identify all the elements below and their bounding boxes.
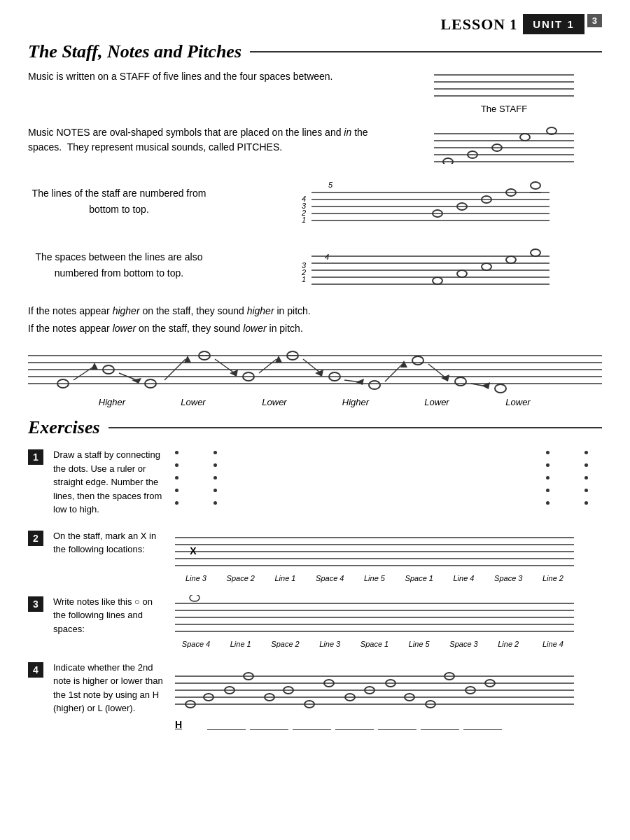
dot <box>584 451 588 454</box>
dot <box>175 501 178 505</box>
exercise-3-content: Space 4 Line 1 Space 2 Line 3 Space 1 Li… <box>175 595 602 648</box>
lines-numbered-row: The lines of the staff are numbered from… <box>28 175 602 227</box>
exercise-2: 2 On the staff, mark an X in the followi… <box>28 529 602 582</box>
svg-point-41 <box>457 270 467 277</box>
unit-badge: UNIT 1 <box>523 14 584 34</box>
dot <box>584 489 588 492</box>
exercise-1-num: 1 <box>28 449 43 465</box>
exercise-3-num: 3 <box>28 596 43 612</box>
svg-marker-52 <box>91 363 98 370</box>
dot <box>214 501 217 505</box>
lesson-label: Lesson 1 <box>440 15 517 34</box>
dot <box>214 476 217 479</box>
exercise-2-staff: X <box>175 529 574 571</box>
exercise-1: 1 Draw a staff by connecting the dots. U… <box>28 448 602 517</box>
dot <box>214 451 217 454</box>
spaces-numbered-text: The spaces between the lines are also nu… <box>28 249 210 281</box>
exercise-4-text: Indicate whether the 2nd note is higher … <box>53 661 165 715</box>
exercise-2-num: 2 <box>28 531 43 546</box>
lines-numbered-text: The lines of the staff are numbered from… <box>28 186 210 217</box>
svg-marker-69 <box>315 370 323 377</box>
dot <box>584 463 588 467</box>
dot <box>175 489 178 492</box>
svg-point-79 <box>455 377 466 386</box>
spaces-numbered-row: The spaces between the lines are also nu… <box>28 239 602 291</box>
exercises-title: Exercises <box>28 417 602 438</box>
svg-line-74 <box>385 364 402 382</box>
exercise-4: 4 Indicate whether the 2nd note is highe… <box>28 661 602 730</box>
svg-point-94 <box>190 595 200 601</box>
svg-text:X: X <box>190 545 197 556</box>
svg-line-68 <box>303 359 321 373</box>
svg-point-76 <box>412 356 424 365</box>
exercise-3-labels: Space 4 Line 1 Space 2 Line 3 Space 1 Li… <box>175 640 574 648</box>
svg-text:4: 4 <box>325 253 329 261</box>
pitch-demo-svg <box>28 342 602 394</box>
exercise-3: 3 Write notes like this ○ on the followi… <box>28 595 602 648</box>
svg-point-10 <box>443 158 453 164</box>
dot-grid-left <box>175 451 217 505</box>
exercise-3-staff <box>175 595 574 637</box>
pitch-labels: Higher Lower Lower Higher Lower Lower <box>63 397 567 407</box>
svg-point-40 <box>433 277 442 284</box>
notes-svg <box>434 125 574 164</box>
svg-point-82 <box>495 384 506 393</box>
svg-line-77 <box>428 364 446 378</box>
svg-line-61 <box>215 359 234 373</box>
staff-visual: The STAFF <box>406 69 602 114</box>
dot <box>175 463 178 467</box>
dot <box>546 451 550 454</box>
dot <box>175 451 178 454</box>
page-header: Lesson 1 UNIT 1 3 <box>28 14 602 34</box>
exercise-2-labels: Line 3 Space 2 Line 1 Space 4 Line 5 Spa… <box>175 574 574 582</box>
svg-text:3: 3 <box>302 261 307 270</box>
staff-intro-text: Music is written on a STAFF of five line… <box>28 69 392 84</box>
exercise-3-text: Write notes like this ○ on the following… <box>53 595 165 636</box>
pitch-text: If the notes appear higher on the staff,… <box>28 302 602 337</box>
dot <box>546 501 550 505</box>
spaces-numbered-svg: 1 2 3 4 <box>290 239 550 291</box>
svg-point-29 <box>531 182 540 189</box>
svg-point-13 <box>520 134 530 141</box>
notes-visual <box>406 125 602 164</box>
dot <box>584 501 588 505</box>
svg-text:4: 4 <box>302 195 306 203</box>
exercise-4-staff <box>175 661 574 713</box>
staff-caption: The STAFF <box>481 104 527 114</box>
staff-svg <box>434 69 574 101</box>
notes-intro-row: Music NOTES are oval-shaped symbols that… <box>28 125 602 164</box>
staff-intro-row: Music is written on a STAFF of five line… <box>28 69 602 114</box>
dot <box>175 476 178 479</box>
svg-marker-75 <box>400 360 407 368</box>
dot <box>584 476 588 479</box>
dot-grid-right <box>546 451 588 505</box>
svg-point-42 <box>482 263 491 270</box>
lines-numbered-visual: 1 2 3 4 5 <box>238 175 602 227</box>
exercise-4-content: H <box>175 661 602 730</box>
svg-text:5: 5 <box>328 181 333 189</box>
exercise-4-num: 4 <box>28 662 43 678</box>
section-title: The Staff, Notes and Pitches <box>28 41 602 62</box>
pitch-demo-container: Higher Lower Lower Higher Lower Lower <box>28 342 602 407</box>
lines-numbered-svg: 1 2 3 4 5 <box>290 175 550 227</box>
page-number: 3 <box>587 14 602 27</box>
dot <box>214 463 217 467</box>
svg-point-73 <box>369 381 380 389</box>
svg-line-64 <box>259 359 276 373</box>
svg-line-51 <box>74 366 94 380</box>
exercise-4-answers: H <box>175 719 602 730</box>
exercise-1-content <box>175 448 602 505</box>
dot <box>546 489 550 492</box>
exercise-2-text: On the staff, mark an X in the following… <box>53 529 165 556</box>
spaces-numbered-visual: 1 2 3 4 <box>238 239 602 291</box>
svg-point-43 <box>506 256 516 263</box>
exercise-1-text: Draw a staff by connecting the dots. Use… <box>53 448 165 517</box>
svg-point-44 <box>531 249 540 256</box>
notes-intro-text: Music NOTES are oval-shaped symbols that… <box>28 125 392 155</box>
exercise-2-content: X Line 3 Space 2 Line 1 Space 4 Line 5 S… <box>175 529 602 582</box>
dot <box>546 463 550 467</box>
dot <box>546 476 550 479</box>
dot <box>214 489 217 492</box>
